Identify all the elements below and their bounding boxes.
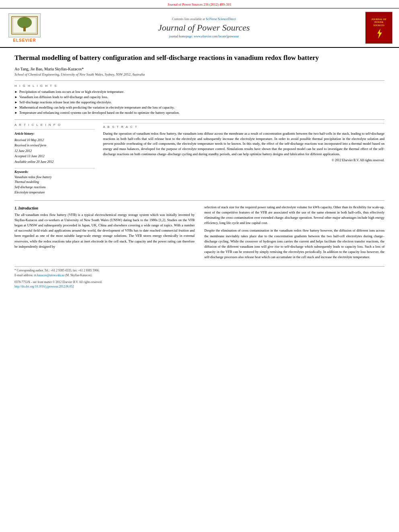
- top-journal-ref: Journal of Power Sources 216 (2012) 489–…: [0, 0, 399, 8]
- highlight-arrow: ►: [14, 111, 18, 115]
- email-line: E-mail address: m.kazacos@unsw.edu.au (M…: [14, 273, 385, 277]
- abstract-section: A B S T R A C T During the operation of …: [103, 123, 385, 162]
- highlight-item: ►Mathematical modelling can help with pr…: [14, 105, 385, 110]
- main-content: Thermal modelling of battery configurati…: [0, 48, 399, 262]
- keywords-label: Keywords:: [14, 170, 95, 174]
- highlight-text: Precipitation of vanadium ions occurs at…: [19, 89, 124, 94]
- history-entry: Available online 20 June 2012: [14, 159, 95, 165]
- history-label: Article history:: [14, 131, 95, 137]
- elsevier-wordmark: ELSEVIER: [13, 38, 36, 43]
- doi-line: http://dx.doi.org/10.1016/j.jpowsour.201…: [14, 284, 385, 289]
- intro-left-text: The all-vanadium redox flow battery (VFB…: [14, 212, 195, 249]
- intro-right-paragraph: Despite the elimination of cross contami…: [204, 228, 385, 260]
- homepage-link[interactable]: journal homepage: www.elsevier.com/locat…: [169, 35, 239, 38]
- affiliation: School of Chemical Engineering, Universi…: [14, 72, 385, 76]
- history-entry: Accepted 13 June 2012: [14, 154, 95, 159]
- authors: Ao Tang, Jie Bao, Maria Skyllas-Kazacos*: [14, 67, 385, 71]
- article-history: Article history: Received 10 May 2012Rec…: [14, 129, 95, 165]
- highlights-label: H I G H L I G H T S: [14, 84, 385, 88]
- corresponding-author-note: * Corresponding author. Tel.: +61 2 9385…: [14, 268, 385, 273]
- svg-text:JOURNAL OF: JOURNAL OF: [371, 18, 387, 21]
- highlight-arrow: ►: [14, 90, 18, 94]
- highlight-item: ►Self-discharge reactions release heat i…: [14, 100, 385, 105]
- highlight-item: ►Precipitation of vanadium ions occurs a…: [14, 89, 385, 94]
- body-col-right: selection of stack size for the required…: [204, 205, 385, 263]
- abstract-label: A B S T R A C T: [103, 125, 385, 129]
- svg-point-1: [17, 17, 32, 28]
- highlight-arrow: ►: [14, 95, 18, 100]
- copyright-notice: © 2012 Elsevier B.V. All rights reserved…: [103, 158, 385, 162]
- highlight-text: Mathematical modelling can help with pre…: [19, 105, 175, 110]
- journal-title: Journal of Power Sources: [47, 23, 361, 33]
- article-info-col: A R T I C L E I N F O Article history: R…: [14, 123, 95, 195]
- issn-line: 0378-7753/$ – see front matter © 2012 El…: [14, 280, 385, 284]
- history-entry: Received in revised form: [14, 143, 95, 148]
- footer: * Corresponding author. Tel.: +61 2 9385…: [14, 266, 385, 292]
- article-title: Thermal modelling of battery configurati…: [14, 53, 385, 63]
- highlight-text: Self-discharge reactions release heat in…: [19, 100, 112, 105]
- sciverse-line: Contents lists available at SciVerse Sci…: [47, 17, 361, 21]
- intro-heading: 1. Introduction: [14, 206, 195, 210]
- elsevier-logo-image: [8, 13, 41, 37]
- section-title: Introduction: [19, 206, 39, 210]
- keywords-list: Vanadium redox flow batteryThermal model…: [14, 175, 95, 195]
- highlights-section: H I G H L I G H T S ►Precipitation of va…: [14, 84, 385, 115]
- history-entry: Received 10 May 2012: [14, 138, 95, 143]
- article-info-label: A R T I C L E I N F O: [14, 123, 95, 127]
- journal-ref-text: Journal of Power Sources 216 (2012) 489–…: [168, 2, 232, 6]
- svg-text:SOURCES: SOURCES: [373, 24, 384, 27]
- sciverse-prefix: Contents lists available at: [172, 17, 206, 21]
- svg-rect-2: [23, 27, 26, 31]
- divider-2: [14, 119, 385, 120]
- email-label: E-mail address:: [14, 273, 34, 277]
- email-link[interactable]: m.kazacos@unsw.edu.au: [34, 273, 64, 277]
- highlight-text: Temperature and rebalancing control syst…: [19, 110, 180, 115]
- history-entry: 12 June 2012: [14, 148, 95, 154]
- keyword-item: Thermal modelling: [14, 180, 95, 185]
- journal-thumbnail: JOURNAL OF POWER SOURCES: [365, 12, 393, 44]
- intro-right-paragraph: selection of stack size for the required…: [204, 205, 385, 226]
- section-number: 1.: [14, 206, 17, 210]
- abstract-text: During the operation of vanadium redox f…: [103, 131, 385, 157]
- highlight-item: ►Temperature and rebalancing control sys…: [14, 110, 385, 115]
- highlights-list: ►Precipitation of vanadium ions occurs a…: [14, 89, 385, 115]
- keyword-item: Electrolyte temperature: [14, 190, 95, 195]
- journal-homepage: journal homepage: www.elsevier.com/locat…: [47, 35, 361, 38]
- history-entries: Received 10 May 2012Received in revised …: [14, 138, 95, 165]
- highlight-arrow: ►: [14, 105, 18, 110]
- header-center: Contents lists available at SciVerse Sci…: [47, 17, 361, 38]
- divider-1: [14, 80, 385, 81]
- journal-header: ELSEVIER Contents lists available at Sci…: [0, 8, 399, 48]
- article-info-abstract: A R T I C L E I N F O Article history: R…: [14, 123, 385, 195]
- intro-right-text: selection of stack size for the required…: [204, 205, 385, 260]
- body-columns: 1. Introduction The all-vanadium redox f…: [14, 205, 385, 263]
- highlight-arrow: ►: [14, 100, 18, 105]
- abstract-col: A B S T R A C T During the operation of …: [103, 123, 385, 195]
- keyword-item: Self-discharge reactions: [14, 185, 95, 190]
- keyword-item: Vanadium redox flow battery: [14, 175, 95, 180]
- body-col-left: 1. Introduction The all-vanadium redox f…: [14, 205, 195, 263]
- divider-3: [14, 200, 385, 201]
- doi-link[interactable]: http://dx.doi.org/10.1016/j.jpowsour.201…: [14, 285, 74, 288]
- keywords-section: Keywords: Vanadium redox flow batteryThe…: [14, 168, 95, 195]
- elsevier-logo-block: ELSEVIER: [6, 13, 43, 43]
- highlight-text: Vanadium ion diffusion leads to self-dis…: [19, 94, 108, 100]
- email-paren: (M. Skyllas-Kazacos).: [64, 273, 92, 277]
- svg-text:POWER: POWER: [374, 21, 384, 23]
- highlight-item: ►Vanadium ion diffusion leads to self-di…: [14, 94, 385, 100]
- sciverse-link[interactable]: SciVerse ScienceDirect: [206, 17, 236, 21]
